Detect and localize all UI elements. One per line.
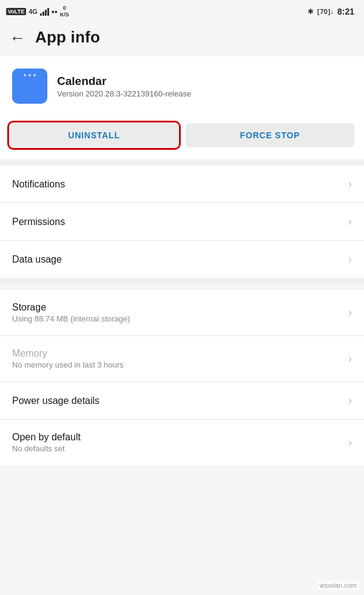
permissions-title: Permissions (12, 217, 348, 227)
battery-icon: [70]↓ (317, 8, 334, 15)
app-icon-number: 31 (22, 84, 37, 99)
menu-item-memory[interactable]: Memory No memory used in last 3 hours › (0, 336, 364, 382)
open-by-default-subtitle: No defaults set (12, 444, 348, 453)
force-stop-button[interactable]: FORCE STOP (186, 123, 354, 147)
section-divider-2 (0, 278, 364, 284)
volte-indicator: VoLTE (6, 8, 26, 15)
menu-section-1: Notifications › Permissions › Data usage… (0, 166, 364, 278)
app-icon-header (12, 69, 47, 82)
open-by-default-title: Open by default (12, 432, 348, 443)
clock: 8:21 (337, 7, 354, 16)
status-bar: VoLTE 4G ▪▪ 0 K/S ✱ [70]↓ 8:21 (0, 0, 364, 22)
app-details: Calendar Version 2020.28.3-322139160-rel… (57, 75, 352, 98)
menu-item-power-usage[interactable]: Power usage details › (0, 382, 364, 420)
menu-item-storage[interactable]: Storage Using 88.74 MB (internal storage… (0, 290, 364, 336)
menu-item-open-by-default[interactable]: Open by default No defaults set › (0, 420, 364, 465)
notifications-title: Notifications (12, 179, 348, 190)
bluetooth-icon: ✱ (308, 7, 314, 16)
page-title: App info (35, 28, 100, 47)
uninstall-button[interactable]: UNINSTALL (10, 123, 178, 147)
memory-title: Memory (12, 348, 348, 359)
signal-bars-icon (40, 7, 49, 16)
chevron-right-icon: › (348, 436, 352, 449)
wifi-icon: ▪▪ (52, 7, 58, 16)
app-icon-dots (24, 74, 36, 76)
chevron-right-icon: › (348, 394, 352, 407)
memory-subtitle: No memory used in last 3 hours (12, 360, 348, 369)
watermark: wsxdan.com (317, 580, 359, 590)
app-name: Calendar (57, 75, 352, 88)
app-info-card: 31 Calendar Version 2020.28.3-322139160-… (0, 56, 364, 116)
chevron-right-icon: › (348, 352, 352, 365)
storage-subtitle: Using 88.74 MB (internal storage) (12, 314, 348, 323)
status-right: ✱ [70]↓ 8:21 (308, 7, 354, 16)
section-divider-1 (0, 160, 364, 166)
back-button[interactable]: ← (10, 30, 25, 45)
storage-title: Storage (12, 302, 348, 313)
chevron-right-icon: › (348, 306, 352, 319)
menu-section-2: Storage Using 88.74 MB (internal storage… (0, 290, 364, 465)
menu-item-permissions[interactable]: Permissions › (0, 203, 364, 241)
menu-item-notifications[interactable]: Notifications › (0, 166, 364, 203)
action-buttons: UNINSTALL FORCE STOP (0, 116, 364, 160)
data-speed: 0 K/S (60, 5, 69, 18)
status-left: VoLTE 4G ▪▪ 0 K/S (6, 5, 69, 18)
app-icon: 31 (12, 69, 47, 104)
chevron-right-icon: › (348, 178, 352, 190)
app-version: Version 2020.28.3-322139160-release (57, 89, 352, 98)
power-usage-title: Power usage details (12, 395, 348, 406)
network-type: 4G (29, 8, 38, 15)
header: ← App info (0, 22, 364, 56)
chevron-right-icon: › (348, 215, 352, 228)
menu-item-data-usage[interactable]: Data usage › (0, 241, 364, 278)
chevron-right-icon: › (348, 253, 352, 266)
data-usage-title: Data usage (12, 254, 348, 265)
